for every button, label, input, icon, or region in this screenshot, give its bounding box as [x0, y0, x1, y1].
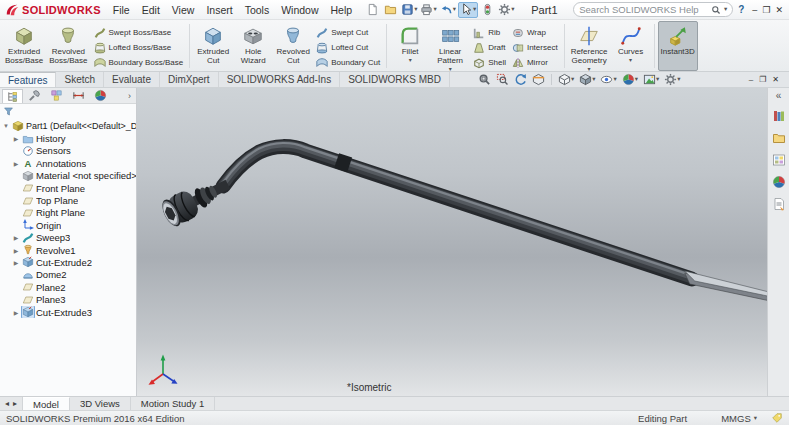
- swept-cut-button[interactable]: Swept Cut: [313, 26, 383, 39]
- menu-edit[interactable]: Edit: [136, 2, 166, 18]
- menu-tools[interactable]: Tools: [239, 2, 276, 18]
- configurationmanager-tab[interactable]: [46, 89, 67, 103]
- lofted-cut-button[interactable]: Lofted Cut: [313, 41, 383, 54]
- tree-item-history[interactable]: ▶ History: [0, 132, 136, 144]
- tree-item-revolve1[interactable]: ▶ Revolve1: [0, 244, 136, 256]
- units-selector[interactable]: MMGS ▾: [721, 413, 767, 424]
- undo-button[interactable]: ▾: [439, 2, 457, 18]
- rib-button[interactable]: Rib: [470, 26, 509, 39]
- tab-3d-views[interactable]: 3D Views: [70, 397, 131, 410]
- close-icon[interactable]: ✕: [775, 5, 783, 15]
- tree-item-plane2[interactable]: Plane2: [0, 281, 136, 293]
- tree-item-material[interactable]: Material <not specified>: [0, 170, 136, 182]
- tab-solidworks-addins[interactable]: SOLIDWORKS Add-Ins: [219, 72, 340, 87]
- tree-item-sensors[interactable]: Sensors: [0, 145, 136, 157]
- instant3d-button[interactable]: Instant3D: [658, 21, 698, 71]
- task-pane-expand-chevrons[interactable]: «: [776, 91, 782, 101]
- search-input[interactable]: [579, 4, 708, 15]
- wrap-button[interactable]: Wrap: [509, 26, 561, 39]
- tree-item-sweep3[interactable]: ▶ Sweep3: [0, 232, 136, 244]
- view-palette-tab[interactable]: [771, 152, 786, 167]
- help-icon[interactable]: ?: [733, 4, 749, 15]
- display-style-button[interactable]: ▾: [577, 72, 597, 87]
- rebuild-button[interactable]: [479, 2, 496, 18]
- minimize-icon[interactable]: –: [752, 5, 757, 15]
- featuremanager-tab[interactable]: [2, 89, 23, 103]
- hide-show-items-button[interactable]: ▾: [598, 72, 618, 87]
- draft-button[interactable]: Draft: [470, 41, 509, 54]
- print-button[interactable]: ▾: [419, 2, 437, 18]
- tab-scroll-left-icon[interactable]: ◂: [5, 399, 9, 408]
- filter-icon[interactable]: [3, 106, 14, 117]
- tree-item-annotations[interactable]: ▶ Annotations: [0, 157, 136, 169]
- apply-scene-button[interactable]: ▾: [641, 72, 661, 87]
- tab-solidworks-mbd[interactable]: SOLIDWORKS MBD: [340, 72, 450, 87]
- extruded-boss-button[interactable]: Extruded Boss/Base: [2, 21, 46, 71]
- previous-view-button[interactable]: [512, 72, 529, 87]
- tab-sketch[interactable]: Sketch: [56, 72, 104, 87]
- curves-button[interactable]: Curves ▾: [611, 21, 651, 71]
- search-icon[interactable]: [711, 5, 721, 15]
- tree-item-plane3[interactable]: Plane3: [0, 293, 136, 305]
- hole-wizard-button[interactable]: Hole Wizard: [233, 21, 273, 71]
- revolved-boss-button[interactable]: Revolved Boss/Base: [46, 21, 90, 71]
- displaymanager-tab[interactable]: [90, 89, 111, 103]
- swept-boss-button[interactable]: Swept Boss/Base: [91, 26, 187, 39]
- zoom-area-button[interactable]: [494, 72, 511, 87]
- intersect-button[interactable]: Intersect: [509, 41, 561, 54]
- restore-icon[interactable]: ❐: [762, 5, 770, 15]
- menu-file[interactable]: File: [107, 2, 136, 18]
- menu-window[interactable]: Window: [275, 2, 324, 18]
- custom-properties-tab[interactable]: [771, 196, 786, 211]
- view-settings-button[interactable]: ▾: [662, 72, 682, 87]
- tab-scroll-right-icon[interactable]: ▸: [13, 399, 17, 408]
- tree-item-front-plane[interactable]: Front Plane: [0, 182, 136, 194]
- save-button[interactable]: ▾: [400, 2, 418, 18]
- linear-pattern-button[interactable]: Linear Pattern ▾: [430, 21, 470, 71]
- tree-item-right-plane[interactable]: Right Plane: [0, 207, 136, 219]
- graphics-area[interactable]: *Isometric: [137, 88, 767, 396]
- lofted-boss-button[interactable]: Lofted Boss/Base: [91, 41, 187, 54]
- tree-item-origin[interactable]: Origin: [0, 219, 136, 231]
- tab-motion-study-1[interactable]: Motion Study 1: [131, 397, 215, 410]
- doc-minimize-icon[interactable]: –: [749, 75, 753, 84]
- doc-close-icon[interactable]: ✕: [772, 75, 779, 84]
- new-document-button[interactable]: [364, 2, 381, 18]
- tab-evaluate[interactable]: Evaluate: [104, 72, 160, 87]
- menu-help[interactable]: Help: [325, 2, 359, 18]
- status-tag-icon[interactable]: [771, 412, 783, 424]
- boundary-cut-button[interactable]: Boundary Cut: [313, 56, 383, 69]
- tab-model[interactable]: Model: [23, 397, 70, 410]
- doc-restore-icon[interactable]: ❐: [759, 75, 766, 84]
- menu-view[interactable]: View: [166, 2, 201, 18]
- tire-iron-model[interactable]: [137, 88, 767, 396]
- tree-root-part[interactable]: ▼ Part1 (Default<<Default>_Display State: [0, 120, 136, 132]
- edit-appearance-button[interactable]: ▾: [620, 72, 640, 87]
- shell-button[interactable]: Shell: [470, 56, 509, 69]
- tree-item-cut-extrude3[interactable]: ▶ Cut-Extrude3: [0, 306, 136, 318]
- dimxpertmanager-tab[interactable]: [68, 89, 89, 103]
- zoom-fit-button[interactable]: [476, 72, 493, 87]
- open-button[interactable]: [382, 2, 399, 18]
- appearances-scenes-tab[interactable]: [771, 174, 786, 189]
- menu-insert[interactable]: Insert: [200, 2, 238, 18]
- fillet-button[interactable]: Fillet ▾: [390, 21, 430, 71]
- design-library-tab[interactable]: [771, 108, 786, 123]
- section-view-button[interactable]: [530, 72, 547, 87]
- reference-geometry-button[interactable]: Reference Geometry ▾: [568, 21, 611, 71]
- panel-flyout-arrow[interactable]: ›: [125, 91, 134, 101]
- extruded-cut-button[interactable]: Extruded Cut: [193, 21, 233, 71]
- tab-features[interactable]: Features: [0, 72, 56, 87]
- propertymanager-tab[interactable]: [24, 89, 45, 103]
- view-orientation-button[interactable]: ▾: [556, 72, 576, 87]
- boundary-boss-button[interactable]: Boundary Boss/Base: [91, 56, 187, 69]
- options-button[interactable]: ▾: [497, 2, 515, 18]
- search-scope-caret[interactable]: ▾: [724, 6, 727, 13]
- revolved-cut-button[interactable]: Revolved Cut: [273, 21, 313, 71]
- tree-item-cut-extrude2[interactable]: ▶ Cut-Extrude2: [0, 256, 136, 268]
- mirror-button[interactable]: Mirror: [509, 56, 561, 69]
- tree-item-dome2[interactable]: Dome2: [0, 269, 136, 281]
- select-button[interactable]: ▾: [458, 2, 478, 18]
- tree-item-top-plane[interactable]: Top Plane: [0, 194, 136, 206]
- tab-dimxpert[interactable]: DimXpert: [160, 72, 219, 87]
